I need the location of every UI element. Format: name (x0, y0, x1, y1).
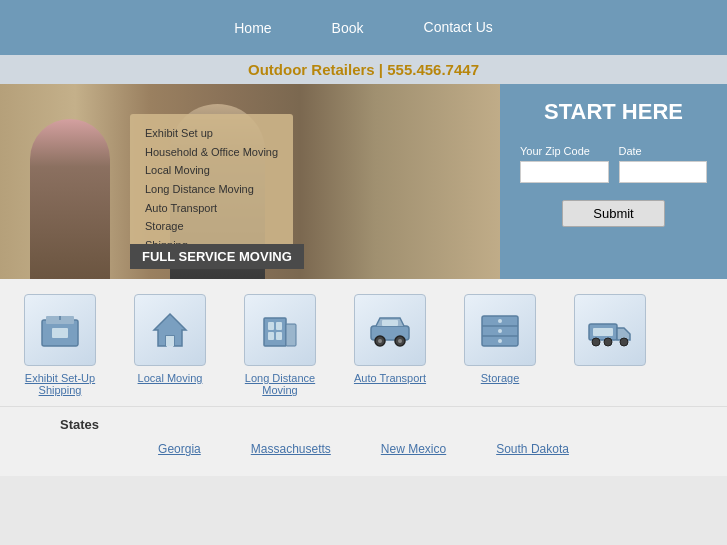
service-exhibit: Exhibit Set up (145, 124, 278, 143)
service-local: Local Moving (145, 161, 278, 180)
hero-section: Exhibit Set up Household & Office Moving… (0, 84, 727, 279)
states-section: States Georgia Massachusetts New Mexico … (0, 406, 727, 476)
svg-rect-10 (276, 332, 282, 340)
hero-image: Exhibit Set up Household & Office Moving… (0, 84, 500, 279)
states-title: States (60, 417, 667, 432)
service-household: Household & Office Moving (145, 143, 278, 162)
svg-point-16 (398, 339, 402, 343)
svg-point-21 (498, 319, 502, 323)
start-here-panel: START HERE Your Zip Code Date Submit (500, 84, 727, 279)
state-south-dakota[interactable]: South Dakota (496, 442, 569, 456)
service-auto: Auto Transport (145, 199, 278, 218)
state-new-mexico[interactable]: New Mexico (381, 442, 446, 456)
nav-contact[interactable]: Contact Us (424, 18, 493, 36)
state-massachusetts[interactable]: Massachusetts (251, 442, 331, 456)
main-nav: Home Book Contact Us (0, 0, 727, 55)
services-list: Exhibit Set up Household & Office Moving… (145, 124, 278, 255)
longdistance-icon (244, 294, 316, 366)
zip-label: Your Zip Code (520, 145, 609, 157)
form-row: Your Zip Code Date (520, 145, 707, 183)
service-item-longdistance: Long Distance Moving (230, 294, 330, 396)
person-left (30, 119, 110, 279)
service-item-truck (560, 294, 660, 384)
date-label: Date (619, 145, 708, 157)
svg-rect-7 (268, 322, 274, 330)
local-icon (134, 294, 206, 366)
svg-point-25 (592, 338, 600, 346)
svg-rect-5 (166, 336, 174, 346)
date-input[interactable] (619, 161, 708, 183)
storage-icon (464, 294, 536, 366)
service-item-exhibit: Exhibit Set-UpShipping (10, 294, 110, 396)
service-item-storage: Storage (450, 294, 550, 384)
phone-bar: Outdoor Retailers | 555.456.7447 (0, 55, 727, 84)
auto-link[interactable]: Auto Transport (354, 372, 426, 384)
local-link[interactable]: Local Moving (138, 372, 203, 384)
hero-tagline: FULL SERVICE MOVING (130, 244, 304, 269)
svg-rect-6 (264, 318, 286, 346)
truck-icon (574, 294, 646, 366)
nav-home[interactable]: Home (234, 20, 271, 36)
service-longdistance: Long Distance Moving (145, 180, 278, 199)
svg-point-15 (378, 339, 382, 343)
service-storage: Storage (145, 217, 278, 236)
state-georgia[interactable]: Georgia (158, 442, 201, 456)
svg-point-27 (620, 338, 628, 346)
nav-book[interactable]: Book (332, 20, 364, 36)
exhibit-icon (24, 294, 96, 366)
zip-group: Your Zip Code (520, 145, 609, 183)
states-links: Georgia Massachusetts New Mexico South D… (60, 442, 667, 456)
svg-rect-2 (52, 328, 68, 338)
start-here-title: START HERE (544, 99, 683, 125)
svg-rect-28 (593, 328, 613, 336)
service-item-local: Local Moving (120, 294, 220, 384)
storage-link[interactable]: Storage (481, 372, 520, 384)
phone-text: Outdoor Retailers | 555.456.7447 (248, 61, 479, 78)
svg-point-26 (604, 338, 612, 346)
svg-point-23 (498, 339, 502, 343)
svg-point-22 (498, 329, 502, 333)
zip-input[interactable] (520, 161, 609, 183)
auto-icon (354, 294, 426, 366)
services-icons-section: Exhibit Set-UpShipping Local Moving Long… (0, 279, 727, 406)
svg-rect-8 (276, 322, 282, 330)
svg-rect-11 (286, 324, 296, 346)
service-item-auto: Auto Transport (340, 294, 440, 384)
date-group: Date (619, 145, 708, 183)
submit-button[interactable]: Submit (562, 200, 664, 227)
longdistance-link[interactable]: Long Distance Moving (230, 372, 330, 396)
svg-rect-17 (382, 320, 398, 326)
svg-rect-9 (268, 332, 274, 340)
exhibit-link[interactable]: Exhibit Set-UpShipping (25, 372, 95, 396)
hero-services-overlay: Exhibit Set up Household & Office Moving… (130, 114, 293, 265)
